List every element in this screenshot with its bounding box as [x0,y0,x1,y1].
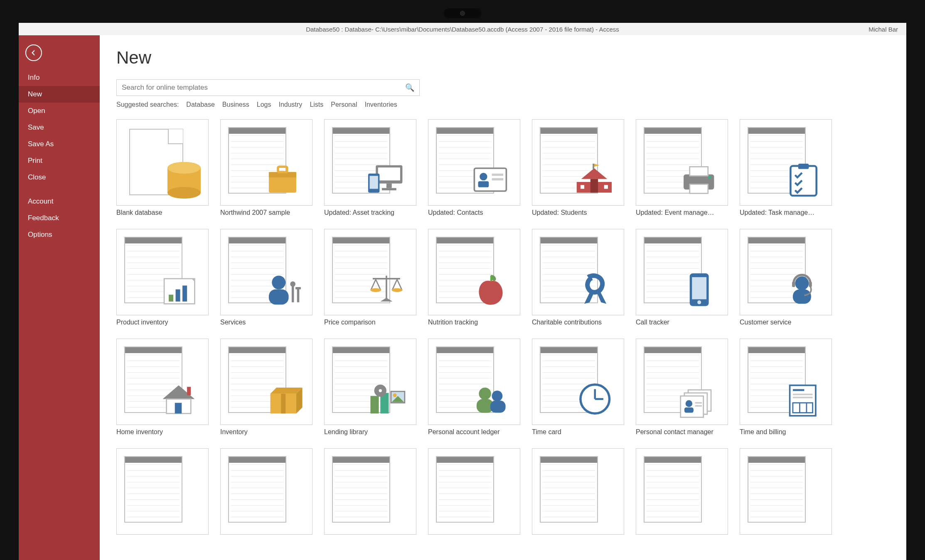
svg-rect-41 [295,287,301,290]
invoice-icon [740,339,832,425]
svg-rect-30 [798,164,809,169]
template-card[interactable]: Home inventory [116,339,209,436]
svg-point-70 [479,388,491,400]
svg-rect-21 [581,185,584,189]
template-card[interactable] [532,448,624,538]
svg-point-44 [370,288,381,292]
template-card[interactable]: Updated: Students [532,119,624,216]
svg-point-39 [290,281,295,287]
device-bezel: Database50 : Database- C:\Users\mibar\Do… [0,0,925,560]
svg-rect-34 [176,290,180,302]
signed-in-user: Michal Bar [868,26,898,33]
sidebar-item-save[interactable]: Save [19,119,100,136]
svg-rect-83 [695,405,702,407]
template-card[interactable]: Personal contact manager [636,339,728,436]
suggested-business[interactable]: Business [222,101,249,108]
svg-rect-20 [590,179,598,193]
suggested-logs[interactable]: Logs [257,101,271,108]
svg-rect-22 [604,185,608,189]
svg-point-2 [167,187,201,199]
svg-point-28 [708,176,711,179]
sidebar-item-account[interactable]: Account [19,193,100,210]
page-title: New [116,48,890,68]
template-card[interactable]: Updated: Asset tracking [324,119,416,216]
svg-rect-43 [373,278,400,280]
template-label: Services [220,319,312,326]
template-card[interactable] [740,448,832,538]
template-card[interactable]: Inventory [220,339,312,436]
svg-rect-86 [793,394,813,395]
template-label: Updated: Event manage… [636,209,728,216]
sidebar-item-new[interactable]: New [19,86,100,103]
template-card[interactable]: Updated: Event manage… [636,119,728,216]
sidebar-item-save-as[interactable]: Save As [19,136,100,152]
template-card[interactable] [116,448,209,538]
template-card[interactable]: Customer service [740,229,832,326]
suggested-personal[interactable]: Personal [331,101,357,108]
svg-point-3 [167,162,201,174]
svg-marker-46 [380,298,392,302]
search-input[interactable] [122,84,405,92]
suggested-lists[interactable]: Lists [310,101,323,108]
svg-point-80 [686,400,693,407]
sidebar-item-options[interactable]: Options [19,226,100,243]
template-card[interactable]: Updated: Contacts [428,119,520,216]
template-card[interactable]: Charitable contributions [532,229,624,326]
svg-rect-62 [281,394,285,414]
template-card[interactable]: Price comparison [324,229,416,326]
window-title: Database50 : Database- C:\Users\mibar\Do… [306,26,619,33]
template-card[interactable]: Updated: Task manage… [740,119,832,216]
sidebar-item-info[interactable]: Info [19,69,100,86]
template-card[interactable]: Personal account ledger [428,339,520,436]
svg-marker-19 [581,168,607,179]
svg-rect-54 [809,282,812,287]
template-card[interactable]: Lending library [324,339,416,436]
template-card[interactable]: Time card [532,339,624,436]
backstage-content: New 🔍 Suggested searches: Database Busin… [100,35,906,560]
template-grid: Blank database Northwind 2007 sample Upd… [116,119,890,538]
template-card[interactable] [324,448,416,538]
svg-rect-26 [690,167,708,176]
suggested-industry[interactable]: Industry [278,101,302,108]
template-card[interactable]: Product inventory [116,229,209,326]
template-card[interactable]: Call tracker [636,229,728,326]
template-label: Call tracker [636,319,728,326]
template-card[interactable] [220,448,312,538]
svg-point-66 [379,389,382,392]
template-card[interactable] [636,448,728,538]
sidebar-item-close[interactable]: Close [19,169,100,186]
back-button[interactable] [25,44,42,61]
suggested-inventories[interactable]: Inventories [364,101,397,108]
svg-rect-38 [292,285,294,302]
template-label: Personal contact manager [636,428,728,436]
worker-icon [220,229,312,315]
svg-rect-9 [386,184,392,188]
template-card[interactable] [428,448,520,538]
camera-notch [444,8,481,18]
svg-marker-24 [594,164,600,167]
search-icon[interactable]: 🔍 [405,83,414,92]
template-card[interactable]: Blank database [116,119,209,216]
headset-icon [740,229,832,315]
devices-icon [324,119,416,206]
template-card[interactable]: Services [220,229,312,326]
template-label: Updated: Contacts [428,209,520,216]
template-label: Northwind 2007 sample [220,209,312,216]
template-card[interactable]: Nutrition tracking [428,229,520,326]
house-icon [116,339,209,425]
briefcase-icon [220,119,312,206]
sidebar-item-open[interactable]: Open [19,103,100,119]
template-card[interactable]: Northwind 2007 sample [220,119,312,216]
template-card[interactable]: Time and billing [740,339,832,436]
ribbon-icon [532,229,624,315]
template-label: Updated: Task manage… [740,209,832,216]
sidebar-item-feedback[interactable]: Feedback [19,210,100,226]
template-search[interactable]: 🔍 [116,79,420,96]
template-icon [220,448,312,535]
svg-point-50 [697,300,701,304]
svg-rect-8 [378,167,400,180]
svg-rect-85 [793,389,804,391]
school-icon [532,119,624,206]
sidebar-item-print[interactable]: Print [19,152,100,169]
suggested-database[interactable]: Database [186,101,215,108]
